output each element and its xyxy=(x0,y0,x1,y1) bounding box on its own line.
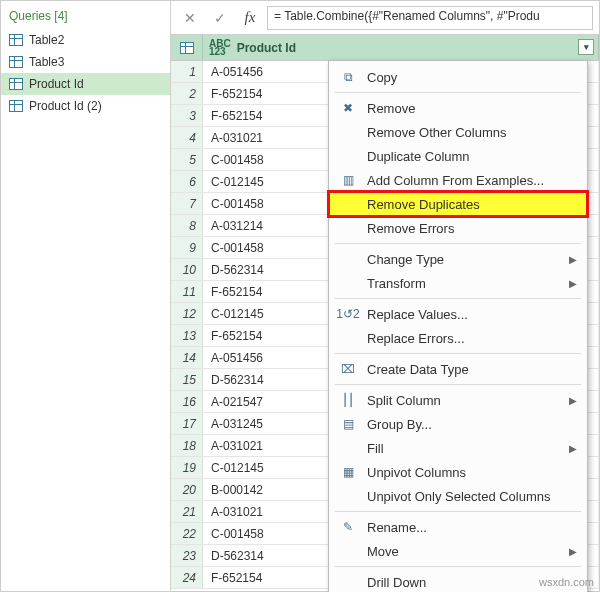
menu-separator xyxy=(335,566,581,567)
chevron-right-icon: ▶ xyxy=(569,546,577,557)
query-label: Product Id xyxy=(29,77,84,91)
queries-sidebar: Queries [4] Table2 Table3 Product Id Pro… xyxy=(1,1,171,591)
menu-duplicate-column[interactable]: Duplicate Column xyxy=(329,144,587,168)
replace-icon: 1↺2 xyxy=(339,307,357,321)
query-item-table2[interactable]: Table2 xyxy=(1,29,170,51)
row-header[interactable]: 23 xyxy=(171,545,203,566)
query-item-product-id-2[interactable]: Product Id (2) xyxy=(1,95,170,117)
column-context-menu: ⧉ Copy ✖ Remove Remove Other Columns Dup… xyxy=(328,60,588,592)
chevron-down-icon: ▾ xyxy=(584,42,589,52)
table-icon xyxy=(9,100,23,112)
menu-change-type[interactable]: Change Type ▶ xyxy=(329,247,587,271)
chevron-right-icon: ▶ xyxy=(569,443,577,454)
menu-group-by[interactable]: ▤ Group By... xyxy=(329,412,587,436)
menu-unpivot-selected[interactable]: Unpivot Only Selected Columns xyxy=(329,484,587,508)
menu-remove-duplicates[interactable]: Remove Duplicates xyxy=(329,192,587,216)
menu-replace-values[interactable]: 1↺2 Replace Values... xyxy=(329,302,587,326)
row-header[interactable]: 10 xyxy=(171,259,203,280)
row-header[interactable]: 2 xyxy=(171,83,203,104)
queries-header: Queries [4] xyxy=(1,7,170,29)
menu-separator xyxy=(335,384,581,385)
formula-input[interactable]: = Table.Combine({#"Renamed Columns", #"P… xyxy=(267,6,593,30)
row-header[interactable]: 13 xyxy=(171,325,203,346)
menu-separator xyxy=(335,511,581,512)
row-header[interactable]: 22 xyxy=(171,523,203,544)
menu-remove-other-columns[interactable]: Remove Other Columns xyxy=(329,120,587,144)
column-filter-dropdown[interactable]: ▾ xyxy=(578,39,594,55)
row-header[interactable]: 8 xyxy=(171,215,203,236)
menu-remove[interactable]: ✖ Remove xyxy=(329,96,587,120)
formula-commit-button[interactable]: ✓ xyxy=(207,6,233,30)
row-header[interactable]: 20 xyxy=(171,479,203,500)
row-header[interactable]: 14 xyxy=(171,347,203,368)
data-type-icon: ⌧ xyxy=(339,362,357,376)
table-icon xyxy=(9,78,23,90)
query-label: Table3 xyxy=(29,55,64,69)
query-item-product-id[interactable]: Product Id xyxy=(1,73,170,95)
menu-copy[interactable]: ⧉ Copy xyxy=(329,65,587,89)
table-icon xyxy=(9,34,23,46)
watermark: wsxdn.com xyxy=(539,576,594,588)
row-header[interactable]: 21 xyxy=(171,501,203,522)
table-icon xyxy=(9,56,23,68)
row-header[interactable]: 15 xyxy=(171,369,203,390)
select-all-corner[interactable] xyxy=(171,35,203,60)
query-item-table3[interactable]: Table3 xyxy=(1,51,170,73)
menu-split-column[interactable]: ⎮⎮ Split Column ▶ xyxy=(329,388,587,412)
column-header-product-id[interactable]: ABC123 Product Id ▾ xyxy=(203,35,599,60)
rename-icon: ✎ xyxy=(339,520,357,534)
split-icon: ⎮⎮ xyxy=(339,393,357,407)
row-header[interactable]: 11 xyxy=(171,281,203,302)
menu-separator xyxy=(335,353,581,354)
row-header[interactable]: 6 xyxy=(171,171,203,192)
query-label: Product Id (2) xyxy=(29,99,102,113)
menu-separator xyxy=(335,243,581,244)
menu-separator xyxy=(335,298,581,299)
menu-move[interactable]: Move ▶ xyxy=(329,539,587,563)
unpivot-icon: ▦ xyxy=(339,465,357,479)
query-label: Table2 xyxy=(29,33,64,47)
formula-bar: ✕ ✓ fx = Table.Combine({#"Renamed Column… xyxy=(171,1,599,35)
table-icon xyxy=(180,42,194,54)
group-icon: ▤ xyxy=(339,417,357,431)
menu-transform[interactable]: Transform ▶ xyxy=(329,271,587,295)
row-header[interactable]: 16 xyxy=(171,391,203,412)
row-header[interactable]: 4 xyxy=(171,127,203,148)
row-header[interactable]: 7 xyxy=(171,193,203,214)
row-header[interactable]: 17 xyxy=(171,413,203,434)
type-any-icon: ABC123 xyxy=(209,40,231,56)
copy-icon: ⧉ xyxy=(339,70,357,84)
row-header[interactable]: 5 xyxy=(171,149,203,170)
column-header-label: Product Id xyxy=(237,41,296,55)
chevron-right-icon: ▶ xyxy=(569,395,577,406)
grid-header-row: ABC123 Product Id ▾ xyxy=(171,35,599,61)
row-header[interactable]: 9 xyxy=(171,237,203,258)
menu-add-column-from-examples[interactable]: ▥ Add Column From Examples... xyxy=(329,168,587,192)
menu-create-data-type[interactable]: ⌧ Create Data Type xyxy=(329,357,587,381)
row-header[interactable]: 1 xyxy=(171,61,203,82)
row-header[interactable]: 19 xyxy=(171,457,203,478)
chevron-right-icon: ▶ xyxy=(569,278,577,289)
chevron-right-icon: ▶ xyxy=(569,254,577,265)
add-column-icon: ▥ xyxy=(339,173,357,187)
row-header[interactable]: 24 xyxy=(171,567,203,588)
menu-fill[interactable]: Fill ▶ xyxy=(329,436,587,460)
remove-icon: ✖ xyxy=(339,101,357,115)
menu-remove-errors[interactable]: Remove Errors xyxy=(329,216,587,240)
formula-cancel-button[interactable]: ✕ xyxy=(177,6,203,30)
fx-icon[interactable]: fx xyxy=(237,6,263,30)
row-header[interactable]: 3 xyxy=(171,105,203,126)
row-header[interactable]: 18 xyxy=(171,435,203,456)
menu-rename[interactable]: ✎ Rename... xyxy=(329,515,587,539)
menu-separator xyxy=(335,92,581,93)
row-header[interactable]: 12 xyxy=(171,303,203,324)
menu-unpivot-columns[interactable]: ▦ Unpivot Columns xyxy=(329,460,587,484)
menu-replace-errors[interactable]: Replace Errors... xyxy=(329,326,587,350)
